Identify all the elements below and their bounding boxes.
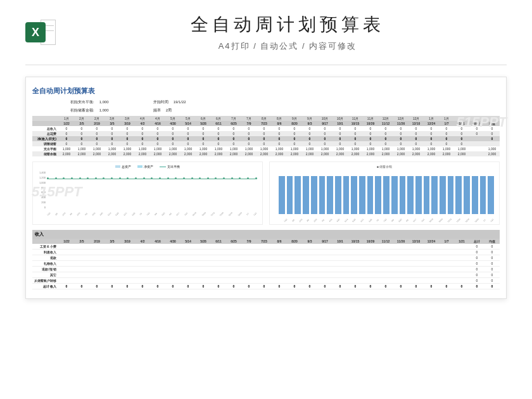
param-label: 初始储蓄金额: [70, 108, 94, 112]
legend-label: 支出平衡 [167, 165, 180, 168]
params-row: 初始支出平衡:1,000 开始时间19/1/22 [32, 99, 500, 105]
param-value: 1,000 [99, 108, 109, 112]
bar-chart: ■ 储蓄余额 1/222/52/193/53/194/24/164/305/14… [269, 162, 500, 225]
sheet-title: 全自动周计划预算表 [32, 86, 500, 96]
legend-label: 净资产 [144, 165, 153, 168]
param-value: 1,000 [99, 100, 109, 104]
line-chart: 总资产 净资产 支出平衡 1,4001,2001,000800600400200… [32, 162, 263, 225]
param-label: 开始时间 [153, 100, 168, 104]
spreadsheet-preview: 全自动周计划预算表 初始支出平衡:1,000 开始时间19/1/22 初始储蓄金… [25, 77, 507, 299]
sub-title: A4打印 / 自动公式 / 内容可修改 [68, 41, 507, 52]
income-dates: 1/222/52/193/53/194/24/164/305/145/286/1… [32, 239, 500, 244]
bar-chart-title: 储蓄余额 [379, 165, 392, 168]
income-table: 工资 & 小费00利息收入00退款00礼物收入00退款/报 销00其它00从储蓄… [32, 244, 500, 289]
chart-legend: 总资产 净资产 支出平衡 [35, 165, 260, 168]
param-value: 2周 [166, 108, 172, 112]
template-header: X 全自动周计划预算表 A4打印 / 自动公式 / 内容可修改 [0, 0, 532, 58]
y-axis: 1,4001,2001,0008006004002000 [35, 171, 46, 209]
excel-icon: X [25, 17, 56, 48]
param-label: 频率 [153, 108, 161, 112]
x-axis: 1/222/52/193/53/194/24/164/305/145/286/1… [47, 213, 257, 215]
x-axis: 1/222/52/193/53/194/24/164/305/145/286/1… [284, 219, 494, 222]
param-value: 19/1/22 [174, 100, 186, 104]
params-row: 初始储蓄金额:1,000 频率2周 [32, 108, 500, 113]
data-table: 总收入00000000000000000000000000000总花费00000… [32, 126, 500, 156]
main-title: 全自动周计划预算表 [68, 13, 507, 37]
divider [25, 65, 507, 65]
legend-label: 总资产 [122, 165, 131, 168]
income-section-header: 收入 [32, 230, 500, 239]
param-label: 初始支出平衡: [70, 100, 94, 104]
charts-area: 总资产 净资产 支出平衡 1,4001,2001,000800600400200… [32, 162, 500, 225]
summary-table: 1月2月2月3月3月4月4月5月5月6月6月7月7月8月8月9月9月10月10月… [32, 116, 500, 126]
